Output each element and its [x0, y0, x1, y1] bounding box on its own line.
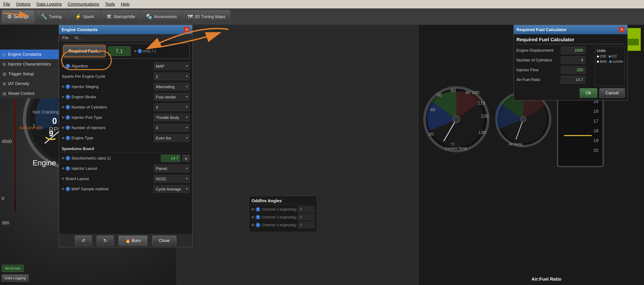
num-injectors-select[interactable]: 412368 [154, 124, 190, 131]
undo-button[interactable]: ↺ [75, 236, 92, 246]
oddfire-ch4-info-btn[interactable]: ? [256, 223, 260, 227]
oddfire-ch2-input[interactable] [298, 206, 314, 213]
sidebar-item-engine-constants[interactable]: ◎ Engine Constants [0, 49, 58, 59]
oddfire-ch2-settings-icon: ⚙ [252, 208, 254, 211]
tab-startup-idle[interactable]: 🛠 Startup/Idle [102, 10, 140, 23]
menu-bar: File Options Data Logging Communications… [0, 0, 644, 8]
status-area: No Errors [2, 265, 24, 272]
sidebar-item-trigger[interactable]: ▤ Trigger Setup [0, 69, 58, 79]
tab-spark[interactable]: ⚡ Spark [68, 10, 101, 23]
redo-button[interactable]: ↻ [97, 236, 114, 246]
rfc-title-bar: Required Fuel Calculator ✕ [514, 25, 627, 34]
oddfire-ch3-input[interactable] [298, 214, 314, 221]
board-layout-label: ⚙ Board Layout [62, 177, 152, 181]
scale-300: 300 [2, 220, 9, 226]
rfc-cancel-button[interactable]: Cancel [600, 88, 625, 98]
injector-staging-settings-icon: ⚙ [62, 85, 64, 88]
sidebar-item-iat[interactable]: ⊞ IAT Density [0, 79, 58, 89]
oddfire-ch2-info-btn[interactable]: ? [256, 207, 260, 212]
lbhr-radio[interactable] [597, 61, 599, 63]
stoich-stepper-up[interactable]: ▲ [182, 155, 190, 162]
num-injectors-info-btn[interactable]: ? [66, 125, 70, 130]
stoich-info-btn[interactable]: ? [66, 156, 70, 161]
engine-type-row: ⚙ ? Engine Type Even fire Odd fire [62, 133, 190, 143]
injector-port-type-select[interactable]: Throttle Body Port Injection [154, 114, 190, 121]
board-layout-select[interactable]: NO2C UA4C v0.3 [154, 175, 190, 183]
rfc-cylinders-input[interactable] [561, 56, 585, 64]
ccmin-radio-label[interactable]: cc/min [610, 59, 623, 64]
rfc-displacement-input[interactable] [561, 47, 585, 54]
tab-settings[interactable]: ⚙ Settings [2, 10, 34, 23]
tab-tuning[interactable]: 🔧 Tuning [35, 10, 68, 23]
menu-file[interactable]: File [2, 1, 12, 7]
engine-stroke-settings-icon: ⚙ [62, 95, 64, 99]
algorithm-select[interactable]: MAP Alpha-N [154, 62, 190, 70]
map-sample-info-btn[interactable]: ? [66, 187, 70, 191]
injector-staging-info-btn[interactable]: ? [66, 84, 70, 89]
startup-icon: 🛠 [106, 14, 112, 20]
stoich-input[interactable] [161, 154, 180, 162]
menu-options[interactable]: Options [15, 1, 32, 7]
num-cylinders-info-btn[interactable]: ? [66, 105, 70, 109]
svg-text:130: 130 [478, 130, 486, 135]
engine-stroke-select[interactable]: Four-stroke Two-stroke [154, 93, 190, 101]
sidebar-item-injector[interactable]: ⊞ Injector Characteristics [0, 59, 58, 69]
cc-radio-label[interactable]: CC [609, 54, 617, 58]
settings-icon: ⚙ [7, 13, 12, 20]
engine-constants-close[interactable]: ✕ [184, 27, 190, 32]
cc-radio[interactable] [609, 55, 611, 57]
burn-button[interactable]: 🔥 Burn [118, 236, 147, 246]
injector-layout-settings-icon: ⚙ [62, 167, 64, 170]
squirts-select[interactable]: 2134 [154, 73, 190, 80]
injector-port-settings-icon: ⚙ [62, 116, 64, 119]
accessories-icon: 🔩 [146, 13, 152, 20]
menu-help[interactable]: Help [120, 1, 131, 7]
rfc-injector-flow-input[interactable] [561, 66, 585, 74]
injector-port-type-row: ⚙ ? Injector Port Type Throttle Body Por… [62, 112, 190, 123]
engine-type-select[interactable]: Even fire Odd fire [154, 134, 190, 142]
cid-radio-label[interactable]: CID [597, 54, 606, 58]
engine-stroke-info-btn[interactable]: ? [66, 95, 70, 99]
modal-menu-view[interactable]: Vi... [73, 35, 82, 41]
close-modal-button[interactable]: Close [152, 236, 176, 246]
settings-sidebar: ◎ Engine Constants ⊞ Injector Characteri… [0, 49, 59, 98]
num-cylinders-select[interactable]: 412368 [154, 103, 190, 111]
injector-staging-select[interactable]: Alternating Simultaneous [154, 83, 190, 90]
rfc-afr-label: Air-Fuel Ratio [516, 77, 559, 82]
injector-port-info-btn[interactable]: ? [66, 115, 70, 120]
tab-accessories[interactable]: 🔩 Accessories [141, 10, 182, 23]
stoich-row: ⚙ ? Stoichiometric ratio(:1) ▲ [62, 153, 190, 163]
data-logging-btn[interactable]: Data Logging [2, 275, 28, 282]
iat-icon: ⊞ [2, 81, 6, 86]
rfc-ok-button[interactable]: Ok [580, 88, 597, 98]
3d-tuning-icon: 🗺 [188, 14, 193, 20]
injector-layout-select[interactable]: Paired Sequential [154, 165, 190, 172]
rpm-value: 0 [52, 116, 57, 126]
required-fuel-button[interactable]: Required Fuel... [64, 46, 104, 56]
modal-menu-file[interactable]: File [61, 35, 70, 41]
ccmin-radio[interactable] [610, 61, 612, 63]
rfc-afr-input[interactable] [561, 76, 585, 83]
oddfire-ch3-info-btn[interactable]: ? [256, 215, 260, 220]
rfc-close-btn[interactable]: ✕ [619, 27, 625, 32]
cid-radio[interactable] [597, 55, 599, 57]
menu-communications[interactable]: Communications [66, 1, 100, 7]
injector-layout-label: ⚙ ? Injector Layout [62, 166, 152, 171]
oddfire-ch4-input[interactable] [298, 222, 314, 228]
menu-data-logging[interactable]: Data Logging [35, 1, 63, 7]
oddfire-ch2-row: ⚙ ? Channel 2 angle(deg) [252, 206, 314, 213]
engine-constants-bottom-bar: ↺ ↻ 🔥 Burn Close [59, 234, 192, 247]
sidebar-item-reset[interactable]: ▤ Reset Control [0, 89, 58, 98]
reset-icon: ▤ [2, 91, 6, 96]
engine-type-info-btn[interactable]: ? [66, 136, 70, 140]
oddfire-ch4-settings-icon: ⚙ [252, 223, 254, 227]
tab-3d-tuning[interactable]: 🗺 3D Tuning Maps [182, 10, 230, 23]
rfc-cylinders-row: Number of Cylinders [516, 56, 588, 64]
map-sample-select[interactable]: Cycle Average Instantaneous Ratiometric [154, 185, 190, 193]
menu-tools[interactable]: Tools [104, 1, 116, 7]
injector-layout-info-btn[interactable]: ? [66, 166, 70, 171]
rfc-main-area: Engine Displacement Number of Cylinders … [516, 47, 625, 86]
oddfire-section: Oddfire Angles ⚙ ? Channel 2 angle(deg) … [62, 194, 190, 232]
algorithm-info-btn[interactable]: ? [66, 64, 70, 68]
lbhr-radio-label[interactable]: lb/hr [597, 59, 607, 64]
